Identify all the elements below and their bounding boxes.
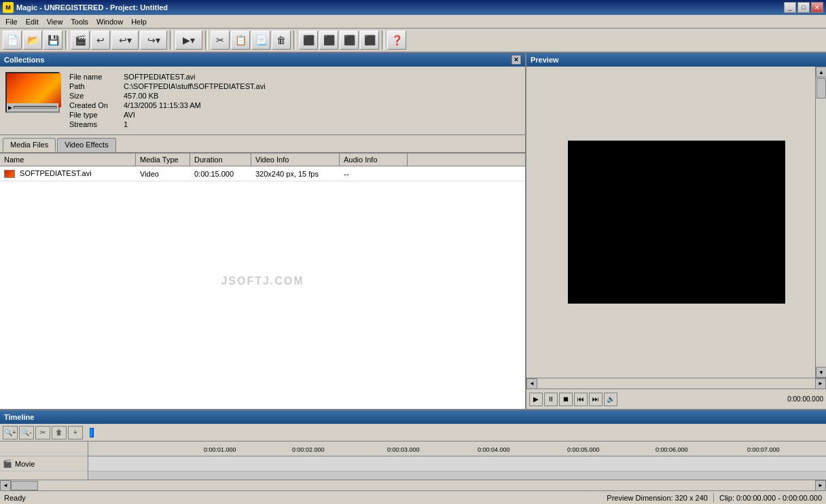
delete-clip-button[interactable]: 🗑 [52, 426, 67, 439]
cut-button[interactable]: ✂ [211, 31, 230, 50]
file-list: Name Media Type Duration Video Info Audi… [0, 154, 525, 409]
open-button[interactable]: 📂 [23, 31, 42, 50]
collections-title: Collections [4, 56, 44, 64]
ruler-spacer [0, 442, 88, 456]
timeline-hscroll-track [11, 480, 815, 491]
menu-help[interactable]: Help [127, 16, 151, 27]
file-type-cell: Video [136, 168, 190, 179]
close-button[interactable]: ✕ [811, 2, 823, 13]
sep2 [170, 31, 173, 50]
col-header-audio: Audio Info [340, 154, 408, 166]
col-header-type: Media Type [136, 154, 190, 166]
redo-dropdown[interactable]: ↪▾ [140, 31, 167, 50]
collections-close-button[interactable]: ✕ [511, 55, 521, 65]
scroll-up-button[interactable]: ▲ [816, 67, 826, 77]
tab-video-effects[interactable]: Video Effects [57, 138, 115, 152]
status-right: Preview Dimension: 320 x 240 Clip: 0:00:… [607, 493, 822, 503]
menu-view[interactable]: View [43, 16, 67, 27]
preview-title: Preview [531, 56, 559, 64]
delete-button[interactable]: 🗑 [272, 31, 291, 50]
hscroll-right[interactable]: ► [815, 378, 826, 389]
menu-window[interactable]: Window [92, 16, 127, 27]
collections-header: Collections ✕ [0, 53, 525, 67]
app-logo: M [3, 2, 14, 13]
playhead-marker[interactable] [90, 428, 94, 437]
trim-button[interactable]: ⬛ [319, 31, 338, 50]
menu-file[interactable]: File [1, 16, 22, 27]
menu-edit[interactable]: Edit [22, 16, 43, 27]
thumbnail-image [7, 73, 61, 107]
preview-header: Preview [526, 53, 826, 67]
timeline-title: Timeline [4, 413, 34, 421]
value-filename: SOFTPEDIATEST.avi [121, 72, 268, 82]
tabs-bar: Media Files Video Effects [0, 135, 525, 154]
import-button[interactable]: 🎬 [71, 31, 90, 50]
file-thumbnail: ▶ [5, 72, 60, 113]
preview-rewind-button[interactable]: ⏮ [574, 393, 588, 406]
minimize-button[interactable]: _ [784, 2, 796, 13]
timeline-header: Timeline [0, 410, 826, 424]
timeline-label-movie: 🎬 Movie [0, 456, 88, 471]
col-header-duration: Duration [190, 154, 251, 166]
title-bar-controls: _ □ ✕ [784, 2, 823, 13]
file-list-row[interactable]: SOFTPEDIATEST.avi Video 0:00:15.000 320x… [0, 166, 525, 181]
tab-media-files[interactable]: Media Files [3, 138, 56, 152]
label-path: Path [67, 82, 121, 91]
title-bar-left: M Magic - UNREGISTERED - Project: Untitl… [3, 2, 168, 13]
menu-tools[interactable]: Tools [67, 16, 92, 27]
thumb-play-icon[interactable]: ▶ [8, 105, 12, 111]
timeline-hscroll-thumb[interactable] [11, 481, 38, 490]
hscroll-left[interactable]: ◄ [526, 378, 537, 389]
timeline-tracks [88, 456, 826, 480]
cut-clip-button[interactable]: ✂ [35, 426, 50, 439]
undo-dropdown[interactable]: ↩▾ [111, 31, 139, 50]
timeline-hscroll-left[interactable]: ◄ [0, 480, 11, 491]
undo-button[interactable]: ↩ [91, 31, 110, 50]
ruler-mark: 0:00:04.000 [478, 446, 510, 453]
preview-pause-button[interactable]: ⏸ [544, 393, 558, 406]
add-track-button[interactable]: + [68, 426, 83, 439]
toolbar: 📄 📂 💾 🎬 ↩ ↩▾ ↪▾ ▶▾ ✂ 📋 📃 🗑 ⬛ ⬛ ⬛ ⬛ ❓ [0, 29, 826, 53]
preview-audio-button[interactable]: 🔊 [604, 393, 617, 406]
timeline-ruler: 0:00:01.0000:00:02.0000:00:03.0000:00:04… [88, 442, 826, 456]
ruler-marks: 0:00:01.0000:00:02.0000:00:03.0000:00:04… [88, 442, 826, 454]
label-created: Created On [67, 101, 121, 110]
effects-button[interactable]: ⬛ [340, 31, 359, 50]
preview-play-button[interactable]: ▶ [529, 393, 543, 406]
sep5 [382, 31, 384, 50]
scroll-thumb[interactable] [816, 78, 826, 98]
save-button[interactable]: 💾 [43, 31, 62, 50]
zoom-out-button[interactable]: 🔍- [19, 426, 34, 439]
scroll-down-button[interactable]: ▼ [816, 367, 826, 378]
file-meta: File nameSOFTPEDIATEST.avi PathC:\SOFTPE… [67, 72, 268, 129]
value-filetype: AVI [121, 110, 268, 120]
transition-button[interactable]: ⬛ [360, 31, 379, 50]
split-button[interactable]: ⬛ [299, 31, 318, 50]
ruler-mark: 0:00:06.000 [656, 446, 688, 453]
export-button[interactable]: ▶▾ [175, 31, 202, 50]
preview-panel: Preview ▲ ▼ ◄ ► ▶ ⏸ [526, 53, 826, 409]
preview-forward-button[interactable]: ⏭ [589, 393, 603, 406]
collections-panel: Collections ✕ ▶ File nameSOFTPEDIATEST.a… [0, 53, 526, 409]
label-filename: File name [67, 72, 121, 82]
timeline-main: 🎬 Movie 0:00:01.0000:00:02.0000:00:03.00… [0, 442, 826, 480]
copy-button[interactable]: 📋 [231, 31, 250, 50]
value-size: 457.00 KB [121, 91, 268, 101]
timeline-hscrollbar: ◄ ► [0, 480, 826, 490]
ruler-mark: 0:00:01.000 [204, 446, 236, 453]
paste-button[interactable]: 📃 [251, 31, 270, 50]
preview-stop-button[interactable]: ⏹ [559, 393, 573, 406]
new-button[interactable]: 📄 [3, 31, 22, 50]
status-separator [713, 493, 714, 503]
maximize-button[interactable]: □ [797, 2, 810, 13]
help-button[interactable]: ❓ [387, 31, 406, 50]
timeline-hscroll-right[interactable]: ► [815, 480, 826, 491]
status-ready: Ready [4, 494, 26, 502]
panels-row: Collections ✕ ▶ File nameSOFTPEDIATEST.a… [0, 53, 826, 409]
value-path: C:\SOFTPEDIA\stuff\SOFTPEDIATEST.avi [121, 82, 268, 91]
timeline-labels: 🎬 Movie [0, 442, 88, 480]
status-preview-dim: Preview Dimension: 320 x 240 [607, 494, 708, 502]
zoom-in-button[interactable]: 🔍+ [3, 426, 18, 439]
value-streams: 1 [121, 120, 268, 129]
sep3 [205, 31, 208, 50]
